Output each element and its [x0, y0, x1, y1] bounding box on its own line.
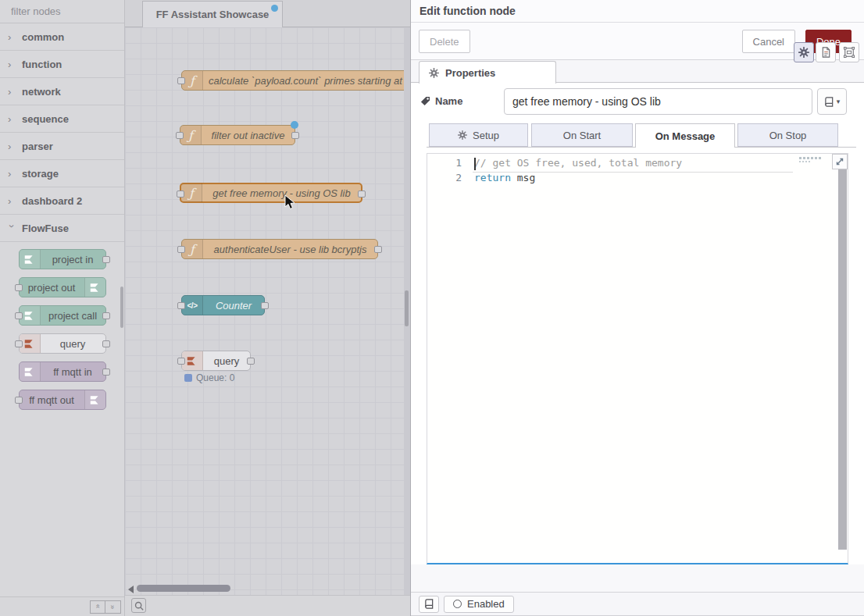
node-authenticate-user[interactable]: ƒ authenticateUser - use lib bcryptjs — [181, 239, 378, 259]
palette-node-query[interactable]: query — [19, 333, 106, 354]
function-icon: ƒ — [180, 126, 202, 144]
palette-category-common[interactable]: › common — [0, 23, 124, 51]
node-label: get free memory - using OS lib — [202, 187, 361, 199]
canvas-vertical-scrollbar[interactable] — [404, 27, 410, 595]
book-icon — [824, 97, 834, 107]
tab-setup[interactable]: Setup — [429, 123, 528, 147]
zoom-search-button[interactable] — [131, 598, 146, 613]
tab-properties[interactable]: Properties — [419, 61, 556, 84]
book-icon — [424, 599, 434, 609]
function-icon: ƒ — [182, 71, 203, 90]
code-line[interactable]: 1 // get OS free, used, total memory — [427, 157, 837, 172]
category-label: common — [22, 31, 64, 43]
function-icon: ƒ — [182, 240, 203, 258]
node-calculate-primes[interactable]: ƒ calculate `payload.count` primes start… — [181, 70, 410, 91]
palette-node-ff-mqtt-out[interactable]: ff mqtt out — [19, 390, 106, 410]
input-port[interactable] — [177, 190, 184, 198]
palette-category-network[interactable]: › network — [0, 78, 124, 105]
palette-node-project-out[interactable]: project out — [19, 277, 106, 297]
output-port[interactable] — [102, 256, 110, 263]
cancel-button[interactable]: Cancel — [742, 30, 795, 53]
delete-button[interactable]: Delete — [419, 30, 470, 53]
output-port[interactable] — [102, 312, 110, 319]
collapse-all-button[interactable]: » — [90, 600, 105, 614]
input-port[interactable] — [176, 132, 184, 139]
workspace-canvas[interactable]: FF Assistant Showcase ƒ calculate `paylo… — [125, 0, 410, 616]
palette-node-label: project call — [41, 310, 105, 322]
enabled-toggle-button[interactable]: Enabled — [444, 596, 514, 613]
palette-category-flowfuse[interactable]: › FlowFuse — [0, 215, 124, 242]
canvas-grid[interactable] — [125, 27, 410, 595]
input-port[interactable] — [177, 302, 185, 309]
appearance-button[interactable] — [839, 42, 859, 62]
output-port[interactable] — [261, 302, 269, 309]
flowfuse-query-icon — [182, 351, 203, 370]
category-label: storage — [22, 168, 59, 180]
tab-on-stop[interactable]: On Stop — [737, 123, 838, 147]
palette-footer: » » — [0, 596, 124, 616]
canvas-footer — [125, 595, 410, 616]
palette-scrollbar[interactable] — [120, 287, 123, 328]
flowfuse-query-icon — [20, 334, 41, 353]
chevron-right-icon: › — [8, 141, 16, 151]
output-port[interactable] — [291, 132, 299, 139]
expand-icon — [835, 157, 844, 166]
input-port[interactable] — [177, 77, 185, 84]
category-label: network — [22, 86, 61, 98]
minimap — [799, 157, 823, 159]
scrollbar-thumb[interactable] — [405, 290, 409, 326]
palette-node-ff-mqtt-in[interactable]: ff mqtt in — [19, 361, 106, 382]
input-port[interactable] — [15, 340, 23, 347]
palette-category-sequence[interactable]: › sequence — [0, 105, 124, 133]
function-icon: ƒ — [181, 183, 202, 202]
output-port[interactable] — [102, 340, 110, 347]
editor-scrollbar[interactable] — [838, 154, 847, 550]
input-port[interactable] — [177, 246, 185, 253]
input-port[interactable] — [177, 358, 185, 365]
node-filter-out-inactive[interactable]: ƒ filter out inactive — [180, 125, 295, 145]
flow-tab[interactable]: FF Assistant Showcase — [142, 1, 283, 27]
input-port[interactable] — [15, 284, 23, 291]
palette-category-dashboard2[interactable]: › dashboard 2 — [0, 187, 124, 215]
chevron-right-icon: › — [8, 59, 16, 69]
input-port[interactable] — [15, 312, 23, 319]
palette-node-label: ff mqtt in — [41, 366, 105, 378]
output-port[interactable] — [102, 369, 110, 376]
tag-icon — [420, 96, 430, 106]
gear-icon — [458, 130, 467, 140]
expand-all-button[interactable]: » — [105, 600, 121, 614]
expand-editor-button[interactable] — [832, 154, 848, 169]
library-button[interactable]: ▾ — [817, 88, 847, 115]
output-port[interactable] — [374, 246, 382, 253]
output-port[interactable] — [247, 358, 255, 365]
tab-properties-label: Properties — [445, 67, 495, 79]
palette-flowfuse-items: project in project out project call — [0, 242, 124, 418]
edit-tray: Edit function node Delete Cancel Done Pr… — [410, 0, 864, 616]
gear-icon — [798, 47, 809, 58]
scroll-left-arrow-icon[interactable] — [128, 586, 134, 593]
unsaved-changes-dot — [271, 5, 278, 12]
properties-gear-button[interactable] — [794, 42, 814, 62]
description-button[interactable] — [816, 42, 836, 62]
palette-node-project-call[interactable]: project call — [19, 305, 106, 326]
output-port[interactable] — [358, 190, 366, 198]
name-input[interactable] — [504, 88, 812, 115]
scrollbar-thumb[interactable] — [137, 585, 230, 592]
node-get-free-memory[interactable]: ƒ get free memory - using OS lib — [180, 183, 362, 203]
code-line[interactable]: 2 return msg — [427, 172, 837, 187]
node-query[interactable]: query — [181, 351, 251, 371]
input-port[interactable] — [15, 397, 23, 404]
code-editor[interactable]: 1 // get OS free, used, total memory 2 r… — [427, 153, 848, 564]
node-counter[interactable]: </> Counter — [181, 295, 265, 315]
palette-category-storage[interactable]: › storage — [0, 160, 124, 187]
library-save-button[interactable] — [419, 596, 439, 613]
tab-on-start[interactable]: On Start — [531, 123, 633, 147]
tab-on-message[interactable]: On Message — [635, 123, 735, 148]
palette-node-label: ff mqtt out — [20, 394, 84, 406]
enabled-circle-icon — [453, 600, 462, 608]
palette-category-parser[interactable]: › parser — [0, 133, 124, 160]
tray-header: Edit function node — [411, 0, 864, 23]
canvas-horizontal-scrollbar[interactable] — [125, 584, 404, 593]
palette-node-project-in[interactable]: project in — [19, 249, 106, 269]
palette-category-function[interactable]: › function — [0, 51, 124, 78]
